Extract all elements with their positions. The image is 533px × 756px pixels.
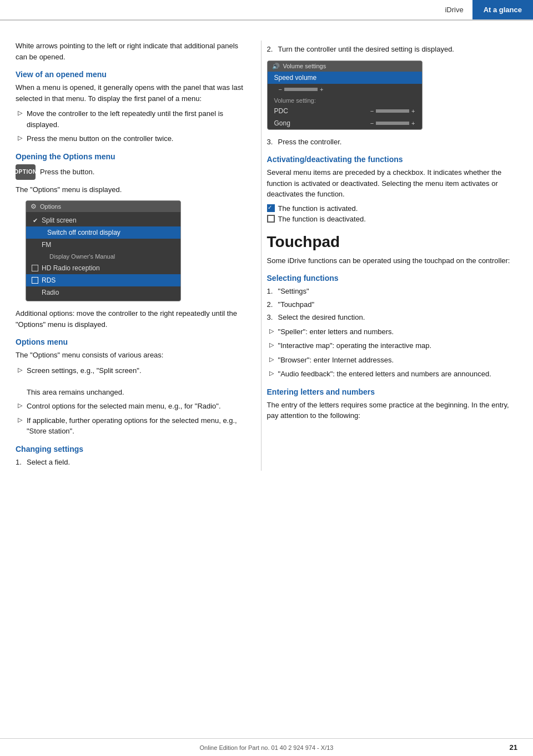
deactivated-label: The function is deactivated.	[278, 215, 366, 223]
bullet-arrow-4: ▷	[18, 402, 22, 412]
additional-options-text: Additional options: move the controller …	[16, 308, 245, 330]
vol-title-bar: 🔊 Volume settings	[268, 61, 422, 72]
volume-screenshot: 🔊 Volume settings Speed volume − + Volum…	[267, 61, 423, 130]
menu-item-split-screen: ✔ Split screen	[26, 214, 180, 226]
bullet-arrow-speller: ▷	[269, 327, 274, 337]
section-heading-view-menu: View of an opened menu	[16, 70, 245, 79]
right-steps-list: 2. Turn the controller until the desired…	[267, 44, 517, 55]
right-column: 2. Turn the controller until the desired…	[262, 41, 533, 471]
step3-list: 3. Press the controller.	[267, 137, 517, 148]
bullet-arrow-browser: ▷	[269, 356, 274, 366]
page-footer: Online Edition for Part no. 01 40 2 924 …	[0, 738, 533, 756]
activated-label: The function is activated.	[278, 204, 358, 213]
options-button-row: OPTION Press the button.	[16, 164, 245, 180]
step-3: 3. Press the controller.	[267, 137, 517, 148]
checkbox-activated-icon	[267, 204, 275, 212]
bullet-audio-feedback: ▷ "Audio feedback": the entered letters …	[267, 369, 517, 380]
page-number: 21	[510, 743, 517, 752]
bullet-text-5: If applicable, further operating options…	[27, 415, 245, 437]
bullet-screen-settings: ▷ Screen settings, e.g., "Split screen".…	[16, 365, 245, 398]
entering-para: The entry of the letters requires some p…	[267, 400, 517, 421]
bullet-arrow-audio: ▷	[269, 370, 274, 380]
header-idrive-label: iDrive	[436, 0, 472, 19]
option-button-icon: OPTION	[16, 164, 36, 180]
vol-title-text: Volume settings	[283, 63, 326, 69]
bullet-text-map: "Interactive map": operating the interac…	[278, 340, 432, 351]
checkbox-deactivated-line: The function is deactivated.	[267, 215, 517, 223]
section-heading-options-menu: Opening the Options menu	[16, 152, 245, 161]
options-menu-screenshot: ⚙ Options ✔ Split screen Switch off cont…	[26, 200, 181, 301]
bullet-speller: ▷ "Speller": enter letters and numbers.	[267, 326, 517, 337]
selecting-functions-list: 1. "Settings" 2. "Touchpad" 3. Select th…	[267, 286, 517, 323]
vol-item-gong: Gong − +	[268, 117, 422, 129]
options-menu-intro: The "Options" menu consists of various a…	[16, 350, 245, 361]
selecting-step-1: 1. "Settings"	[267, 286, 517, 297]
step-2: 2. Turn the controller until the desired…	[267, 44, 517, 55]
bullet-text-2: Press the menu button on the controller …	[27, 133, 173, 144]
bullet-further-options: ▷ If applicable, further operating optio…	[16, 415, 245, 437]
vol-item-bar-row: − +	[268, 84, 422, 95]
bullet-browser: ▷ "Browser": enter Internet addresses.	[267, 355, 517, 366]
bullet-arrow-2: ▷	[18, 134, 22, 144]
bullet-arrow-5: ▷	[18, 416, 22, 437]
menu-item-display-manual: Display Owner's Manual	[26, 251, 180, 262]
check-icon-split: ✔	[33, 217, 38, 224]
menu-item-radio: Radio	[26, 286, 180, 299]
checkbox-deactivated-icon	[267, 215, 275, 223]
section-heading-activating: Activating/deactivating the functions	[267, 155, 517, 164]
bullet-text-3: Screen settings, e.g., "Split screen".Th…	[27, 365, 142, 398]
vol-icon: 🔊	[272, 63, 280, 70]
header-at-glance-label: At a glance	[472, 0, 533, 19]
checkbox-rds	[32, 277, 38, 284]
vol-bar-bg	[284, 88, 318, 91]
bullet-arrow-map: ▷	[269, 341, 274, 351]
vol-bar-bg-pdc	[376, 109, 409, 113]
changing-settings-list: 1. Select a field.	[16, 457, 245, 468]
touchpad-heading: Touchpad	[267, 233, 517, 251]
checkbox-hd-radio	[32, 265, 38, 271]
step-select-field: 1. Select a field.	[16, 457, 245, 468]
vol-bar-bg-gong	[376, 122, 409, 125]
section-heading-changing-settings: Changing settings	[16, 445, 245, 453]
bullet-text-4: Control options for the selected main me…	[27, 401, 221, 412]
menu-item-rds: RDS	[26, 274, 180, 286]
vol-item-pdc: PDC − +	[268, 105, 422, 117]
bullet-text-audio: "Audio feedback": the entered letters an…	[278, 369, 491, 380]
left-column: White arrows pointing to the left or rig…	[0, 41, 261, 471]
section-heading-entering: Entering letters and numbers	[267, 387, 517, 396]
bullet-arrow-1: ▷	[18, 109, 22, 130]
view-menu-para: When a menu is opened, it generally open…	[16, 82, 245, 104]
section-heading-options-menu-desc: Options menu	[16, 337, 245, 346]
main-content: White arrows pointing to the left or rig…	[0, 27, 533, 471]
bullet-arrow-3: ▷	[18, 366, 22, 398]
page-header: iDrive At a glance	[0, 0, 533, 20]
press-button-text: Press the button.	[40, 168, 94, 176]
menu-items-list: ✔ Split screen Switch off control displa…	[26, 212, 180, 301]
bullet-move-controller: ▷ Move the controller to the left repeat…	[16, 108, 245, 130]
menu-item-fm: FM	[26, 239, 180, 251]
vol-item-speed: Speed volume	[268, 72, 422, 84]
bullet-text-1: Move the controller to the left repeated…	[27, 108, 245, 130]
menu-screenshot-wrapper: ⚙ Options ✔ Split screen Switch off cont…	[16, 200, 245, 301]
activating-para: Several menu items are preceded by a che…	[267, 167, 517, 200]
intro-text: White arrows pointing to the left or rig…	[16, 41, 245, 62]
options-displayed-text: The "Options" menu is displayed.	[16, 184, 245, 195]
footer-text: Online Edition for Part no. 01 40 2 924 …	[200, 744, 334, 751]
bullet-text-speller: "Speller": enter letters and numbers.	[278, 326, 394, 337]
menu-title-bar: ⚙ Options	[26, 201, 180, 212]
bullet-control-options: ▷ Control options for the selected main …	[16, 401, 245, 412]
selecting-step-2: 2. "Touchpad"	[267, 299, 517, 310]
menu-title-text: Options	[40, 203, 61, 210]
selecting-step-3: 3. Select the desired function.	[267, 312, 517, 323]
bullet-press-menu: ▷ Press the menu button on the controlle…	[16, 133, 245, 144]
menu-item-hd-radio: HD Radio reception	[26, 262, 180, 274]
section-heading-selecting: Selecting functions	[267, 274, 517, 283]
touchpad-intro: Some iDrive functions can be operated us…	[267, 255, 517, 266]
menu-item-switch-off: Switch off control display	[26, 226, 180, 239]
bullet-text-browser: "Browser": enter Internet addresses.	[278, 355, 394, 366]
checkbox-activated-line: The function is activated.	[267, 204, 517, 213]
gear-icon: ⚙	[31, 203, 37, 210]
vol-section-label: Volume setting:	[268, 95, 422, 105]
bullet-interactive-map: ▷ "Interactive map": operating the inter…	[267, 340, 517, 351]
